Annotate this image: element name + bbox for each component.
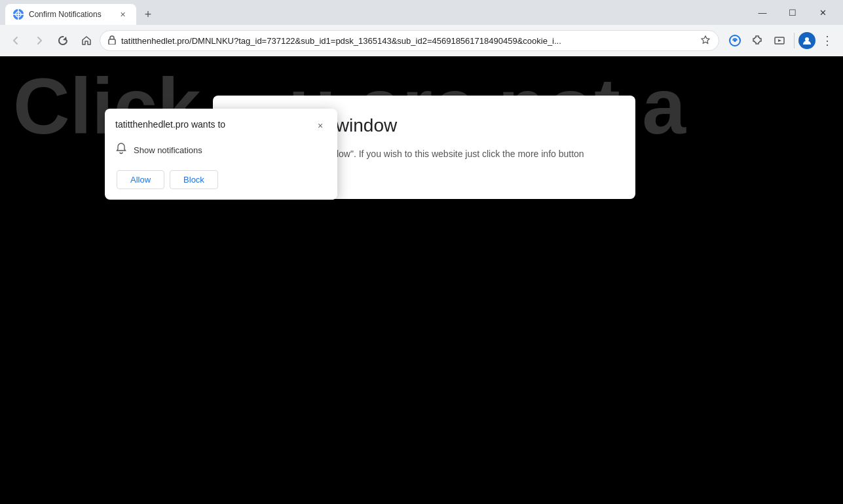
circular-icon-button[interactable] bbox=[724, 30, 745, 51]
page-content: Click... u are not a o close this window… bbox=[0, 56, 843, 504]
url-bar[interactable]: tatitthenhedlet.pro/DMNLNKU?tag_id=73712… bbox=[100, 30, 719, 51]
minimize-button[interactable]: — bbox=[747, 2, 777, 23]
popup-buttons: Allow Block bbox=[115, 170, 327, 189]
active-tab[interactable]: Confirm Notifications ✕ bbox=[5, 4, 136, 25]
media-button[interactable] bbox=[769, 30, 790, 51]
forward-button[interactable] bbox=[29, 30, 50, 51]
block-button[interactable]: Block bbox=[170, 170, 218, 189]
lock-icon bbox=[108, 35, 116, 46]
toolbar-icons: ⋮ bbox=[724, 30, 838, 51]
tabs-area: Confirm Notifications ✕ + bbox=[5, 0, 745, 25]
toolbar-divider bbox=[794, 33, 795, 48]
tab-title: Confirm Notifications bbox=[29, 10, 111, 19]
address-bar: tatitthenhedlet.pro/DMNLNKU?tag_id=73712… bbox=[0, 25, 843, 56]
svg-marker-8 bbox=[778, 39, 781, 42]
permission-label: Show notifications bbox=[134, 145, 202, 155]
tab-close-button[interactable]: ✕ bbox=[117, 9, 128, 20]
popup-header: tatitthenhedlet.pro wants to × bbox=[115, 119, 327, 132]
title-bar: Confirm Notifications ✕ + — ☐ ✕ bbox=[0, 0, 843, 25]
bell-icon bbox=[115, 143, 127, 157]
more-options-button[interactable]: ⋮ bbox=[817, 30, 838, 51]
svg-point-6 bbox=[734, 39, 736, 42]
back-button[interactable] bbox=[5, 30, 26, 51]
browser-window: Confirm Notifications ✕ + — ☐ ✕ t bbox=[0, 0, 843, 504]
popup-close-button[interactable]: × bbox=[314, 119, 327, 132]
notification-popup: tatitthenhedlet.pro wants to × Show noti… bbox=[105, 109, 337, 200]
popup-title: tatitthenhedlet.pro wants to bbox=[115, 119, 225, 130]
profile-button[interactable] bbox=[798, 32, 815, 49]
url-text: tatitthenhedlet.pro/DMNLNKU?tag_id=73712… bbox=[121, 36, 695, 46]
tab-favicon bbox=[13, 9, 24, 20]
allow-button[interactable]: Allow bbox=[117, 170, 164, 189]
new-tab-button[interactable]: + bbox=[139, 5, 157, 24]
close-button[interactable]: ✕ bbox=[808, 2, 838, 23]
bookmark-icon[interactable] bbox=[700, 35, 711, 47]
window-controls: — ☐ ✕ bbox=[747, 2, 838, 23]
popup-permission-row: Show notifications bbox=[115, 140, 327, 160]
refresh-button[interactable] bbox=[52, 30, 73, 51]
extensions-button[interactable] bbox=[747, 30, 768, 51]
home-button[interactable] bbox=[76, 30, 97, 51]
svg-rect-4 bbox=[109, 39, 115, 45]
maximize-button[interactable]: ☐ bbox=[777, 2, 808, 23]
